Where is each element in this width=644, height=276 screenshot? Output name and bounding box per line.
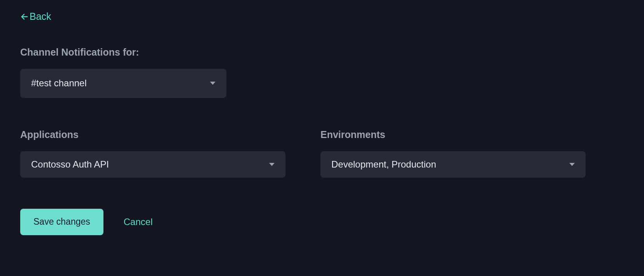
save-button[interactable]: Save changes: [20, 209, 103, 235]
back-label: Back: [30, 11, 51, 22]
environments-label: Environments: [320, 129, 586, 140]
applications-select-value: Contosso Auth API: [31, 159, 109, 170]
applications-label: Applications: [20, 129, 285, 140]
channel-label: Channel Notifications for:: [20, 47, 624, 58]
channel-select-value: #test channel: [31, 78, 87, 89]
applications-select[interactable]: Contosso Auth API: [20, 151, 285, 178]
environments-select[interactable]: Development, Production: [320, 151, 586, 178]
chevron-down-icon: [569, 163, 575, 166]
environments-select-value: Development, Production: [331, 159, 436, 170]
chevron-down-icon: [269, 163, 275, 166]
chevron-down-icon: [210, 82, 215, 85]
channel-select[interactable]: #test channel: [20, 69, 226, 98]
cancel-button[interactable]: Cancel: [124, 217, 153, 227]
back-link[interactable]: Back: [20, 11, 51, 22]
arrow-left-icon: [20, 12, 29, 21]
